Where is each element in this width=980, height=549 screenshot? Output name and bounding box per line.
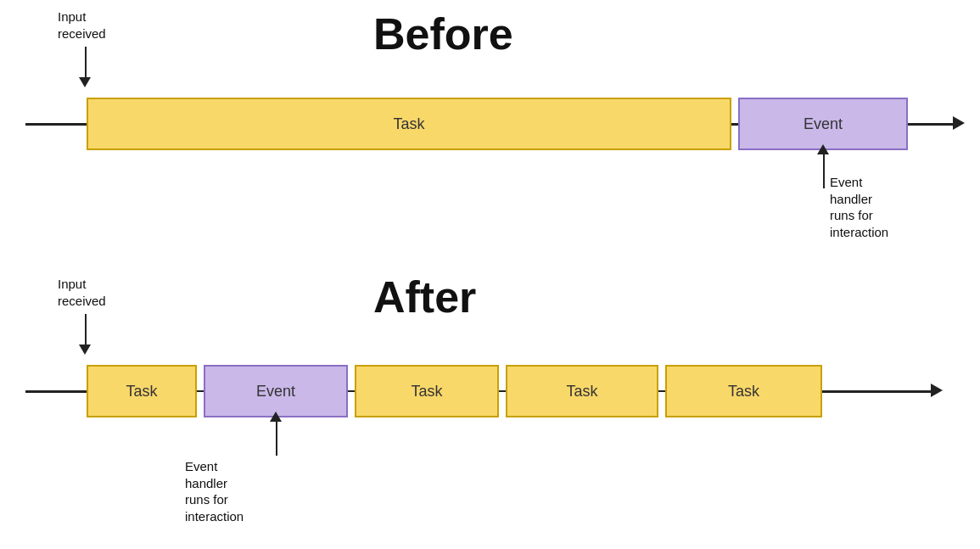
after-line-left: [25, 390, 87, 393]
after-conn-4: [658, 390, 665, 392]
after-title: After: [373, 272, 476, 322]
after-input-arrow: [79, 345, 91, 355]
after-line-right: [822, 390, 932, 393]
before-connector: [731, 123, 738, 126]
after-input-line: [85, 314, 87, 346]
after-conn-2: [348, 390, 355, 392]
after-input-text: Inputreceived: [58, 276, 106, 309]
diagram-container: Before Inputreceived Task Event Event ha…: [0, 0, 980, 549]
after-task-box-1: Task: [87, 365, 197, 417]
before-event-line: [823, 150, 825, 188]
before-line-left: [25, 123, 87, 126]
after-conn-3: [499, 390, 506, 392]
before-event-text: Event handlerruns for interaction: [830, 174, 888, 240]
before-title: Before: [373, 8, 513, 59]
before-task-box: Task: [87, 98, 731, 150]
after-conn-1: [197, 390, 204, 392]
before-input-text: Inputreceived: [58, 8, 106, 42]
after-event-line: [276, 417, 277, 456]
after-event-text: Event handlerruns for interaction: [185, 458, 244, 524]
after-event-box: Event: [204, 365, 348, 417]
before-event-box: Event: [738, 98, 908, 150]
before-input-arrow: [79, 77, 91, 87]
after-arrow-right: [931, 384, 943, 397]
after-task-box-2: Task: [355, 365, 499, 417]
after-task-box-3: Task: [506, 365, 658, 417]
after-event-arrow: [270, 412, 282, 422]
before-line-right: [908, 123, 955, 126]
before-event-arrow: [817, 144, 829, 154]
before-arrow-right: [953, 116, 965, 130]
after-task-box-4: Task: [665, 365, 822, 417]
before-input-line: [85, 47, 87, 79]
